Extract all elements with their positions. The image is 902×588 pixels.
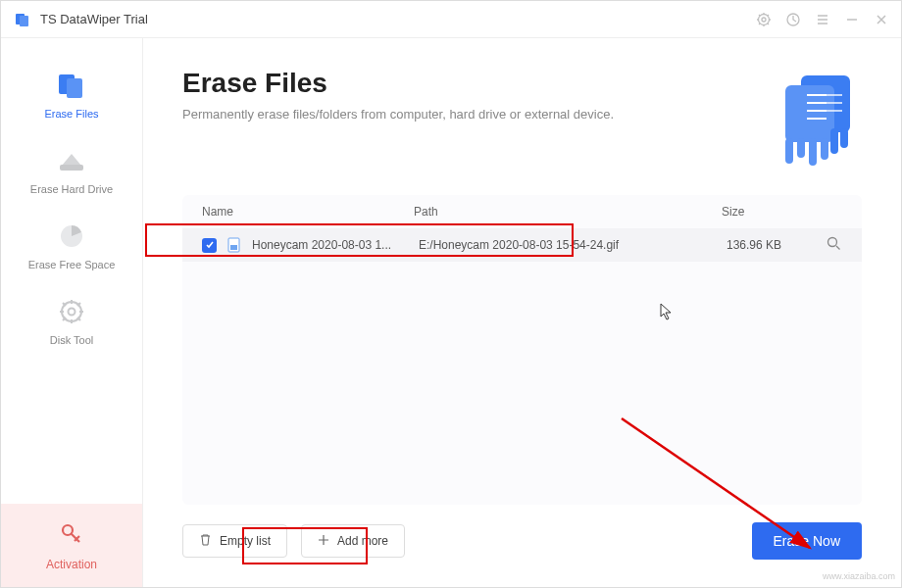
sidebar-item-erase-free-space[interactable]: Erase Free Space (1, 209, 142, 284)
sidebar-item-label: Erase Files (44, 108, 98, 120)
sidebar-item-label: Erase Free Space (28, 259, 116, 270)
file-list-panel: Name Path Size Honeycam 2020-08-03 1... … (182, 195, 862, 505)
erase-now-button[interactable]: Erase Now (752, 522, 862, 560)
svg-rect-15 (230, 245, 237, 250)
svg-point-16 (828, 238, 837, 247)
column-size-header: Size (722, 205, 813, 219)
titlebar: TS DataWiper Trial (1, 1, 901, 38)
file-name: Honeycam 2020-08-03 1... (252, 238, 419, 252)
app-icon (13, 10, 32, 29)
svg-rect-1 (20, 16, 28, 26)
watermark: www.xiazaiba.com (823, 571, 895, 581)
activation-label: Activation (46, 558, 97, 571)
page-title: Erase Files (182, 68, 764, 99)
menu-icon[interactable] (815, 12, 830, 27)
bottom-bar: Empty list Add more Erase Now (182, 505, 862, 560)
empty-list-label: Empty list (220, 534, 271, 548)
sidebar: Erase Files Erase Hard Drive Erase Free … (1, 38, 143, 587)
page-subtitle: Permanently erase files/folders from com… (182, 107, 764, 122)
settings-icon[interactable] (756, 12, 772, 27)
svg-rect-13 (785, 85, 834, 142)
add-more-button[interactable]: Add more (301, 524, 405, 558)
activation-button[interactable]: Activation (1, 504, 142, 587)
tool-icon (48, 294, 95, 328)
plus-icon (318, 534, 329, 549)
file-size: 136.96 KB (727, 238, 827, 252)
svg-point-10 (69, 308, 75, 315)
erase-files-icon (48, 68, 95, 102)
svg-rect-6 (67, 78, 82, 98)
empty-list-button[interactable]: Empty list (182, 524, 287, 558)
main-content: Erase Files Permanently erase files/fold… (143, 38, 901, 587)
key-icon (58, 520, 85, 552)
pie-icon (48, 219, 95, 253)
erase-now-label: Erase Now (774, 533, 840, 549)
close-icon[interactable] (874, 12, 889, 27)
column-name-header: Name (202, 205, 414, 219)
column-path-header: Path (414, 205, 722, 219)
clock-icon[interactable] (785, 12, 801, 27)
file-checkbox[interactable] (202, 238, 217, 253)
sidebar-item-erase-hard-drive[interactable]: Erase Hard Drive (1, 133, 142, 209)
hero-illustration (764, 68, 862, 166)
app-title: TS DataWiper Trial (40, 12, 148, 26)
minimize-icon[interactable] (844, 12, 860, 27)
svg-point-3 (762, 18, 766, 22)
sidebar-item-disk-tool[interactable]: Disk Tool (1, 284, 142, 360)
trash-icon (199, 533, 212, 549)
sidebar-item-label: Disk Tool (50, 334, 93, 346)
file-row[interactable]: Honeycam 2020-08-03 1... E:/Honeycam 202… (182, 228, 862, 262)
sidebar-item-erase-files[interactable]: Erase Files (1, 58, 142, 133)
preview-icon[interactable] (827, 236, 842, 254)
hard-drive-icon (48, 143, 95, 177)
svg-rect-7 (60, 165, 83, 171)
file-icon (226, 237, 242, 253)
sidebar-item-label: Erase Hard Drive (30, 183, 113, 195)
file-list-header: Name Path Size (182, 195, 862, 228)
add-more-label: Add more (337, 534, 388, 548)
file-path: E:/Honeycam 2020-08-03 15-54-24.gif (419, 238, 727, 252)
